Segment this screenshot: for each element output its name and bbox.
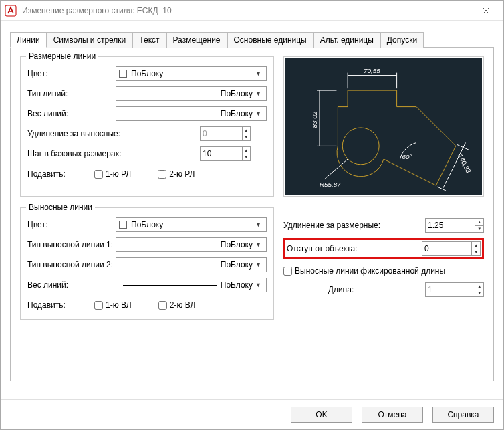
ext-linetype2-value: ПоБлоку: [221, 260, 253, 270]
ext-suppress-1-check[interactable]: 1-ю ВЛ: [94, 300, 132, 310]
ext-color-combo[interactable]: ПоБлоку ▼: [116, 217, 267, 232]
app-icon: [5, 5, 17, 17]
ext-lineweight-combo[interactable]: ПоБлоку ▼: [116, 278, 267, 292]
ext-suppress-2-label: 2-ю ВЛ: [170, 300, 196, 310]
dim-color-combo[interactable]: ПоБлоку ▼: [116, 66, 267, 81]
chevron-down-icon: ▼: [253, 87, 263, 100]
ext-linetype2-label: Тип выносной линии 2:: [27, 260, 116, 270]
window-title: Изменение размерного стиля: ЕСКД_10: [22, 6, 172, 15]
ext-length-label: Длина:: [283, 285, 398, 294]
svg-text:60°: 60°: [402, 153, 412, 160]
dim-suppress-2-check[interactable]: 2-ю РЛ: [158, 169, 195, 179]
close-button[interactable]: [473, 1, 499, 20]
ext-offset-input[interactable]: [422, 242, 471, 255]
chevron-down-icon: ▼: [253, 258, 263, 272]
tab-lines[interactable]: Линии: [10, 32, 47, 48]
title-bar: Изменение размерного стиля: ЕСКД_10: [1, 1, 503, 21]
dimension-preview: 70,55 83,02 R55,87 60° 140,3: [285, 58, 482, 195]
chevron-down-icon: ▼: [253, 218, 263, 231]
ext-lines-group: Выносные линии Цвет: ПоБлоку ▼ Тип вынос…: [20, 207, 274, 320]
dim-baseline-spinner[interactable]: ▲▼: [200, 146, 251, 161]
ext-fixed-length-check[interactable]: Выносные линии фиксированной длины: [283, 266, 484, 276]
chevron-down-icon: ▼: [253, 278, 263, 292]
dim-linetype-label: Тип линий:: [27, 89, 116, 98]
svg-text:70,55: 70,55: [364, 67, 380, 74]
ext-linetype1-combo[interactable]: ПоБлоку ▼: [116, 237, 267, 252]
ext-linetype2-combo[interactable]: ПоБлоку ▼: [116, 257, 267, 272]
dim-extend-label: Удлинение за выносные:: [27, 129, 200, 138]
line-sample-icon: [123, 94, 217, 94]
line-sample-icon: [123, 114, 217, 114]
tab-alt-units[interactable]: Альт. единицы: [313, 32, 380, 48]
dim-extend-spinner[interactable]: ▲▼: [200, 126, 251, 141]
dim-color-value: ПоБлоку: [131, 69, 163, 78]
spinner-buttons[interactable]: ▲▼: [242, 127, 250, 140]
dim-linetype-value: ПоБлоку: [221, 89, 253, 98]
dim-color-label: Цвет:: [27, 69, 116, 78]
dim-suppress-2-label: 2-ю РЛ: [169, 169, 195, 179]
color-swatch-icon: [119, 221, 127, 229]
ext-extend-label: Удлинение за размерные:: [283, 221, 398, 230]
spinner-buttons[interactable]: ▲▼: [475, 219, 483, 232]
svg-text:83,02: 83,02: [311, 111, 318, 128]
dim-lines-title: Размерные линии: [26, 51, 98, 61]
tab-primary-units[interactable]: Основные единицы: [227, 32, 313, 48]
dim-suppress-1-check[interactable]: 1-ю РЛ: [94, 169, 131, 179]
ext-color-label: Цвет:: [27, 220, 116, 229]
ext-length-input: [426, 283, 475, 296]
help-button[interactable]: Справка: [432, 407, 494, 423]
tab-symbols[interactable]: Символы и стрелки: [47, 32, 133, 48]
tab-strip: Линии Символы и стрелки Текст Размещение…: [10, 31, 494, 48]
dim-baseline-input[interactable]: [201, 147, 242, 160]
ext-extend-input[interactable]: [426, 219, 475, 232]
dim-lineweight-value: ПоБлоку: [221, 109, 253, 118]
tab-tolerances[interactable]: Допуски: [380, 32, 424, 48]
ext-suppress-2-check[interactable]: 2-ю ВЛ: [158, 300, 196, 310]
dim-extend-input: [201, 127, 242, 140]
preview-box: 70,55 83,02 R55,87 60° 140,3: [283, 56, 484, 197]
ext-fixed-length-label: Выносные линии фиксированной длины: [295, 266, 445, 276]
ext-length-spinner: ▲▼: [425, 282, 484, 297]
chevron-down-icon: ▼: [253, 238, 263, 251]
cancel-button[interactable]: Отмена: [362, 407, 423, 423]
button-bar: OK Отмена Справка: [1, 399, 503, 429]
line-sample-icon: [123, 265, 217, 265]
dim-suppress-label: Подавить:: [27, 169, 94, 179]
line-sample-icon: [123, 285, 217, 286]
spinner-buttons[interactable]: ▲▼: [471, 242, 480, 255]
dim-lines-group: Размерные линии Цвет: ПоБлоку ▼ Тип лини…: [20, 56, 274, 197]
line-sample-icon: [123, 245, 217, 245]
dim-lineweight-label: Вес линий:: [27, 109, 116, 118]
ext-right-panel: Удлинение за размерные: ▲▼ Отступ от объ…: [283, 207, 484, 320]
tab-text[interactable]: Текст: [132, 32, 166, 48]
ext-offset-spinner[interactable]: ▲▼: [422, 241, 481, 256]
chevron-down-icon: ▼: [253, 107, 263, 120]
dim-linetype-combo[interactable]: ПоБлоку ▼: [116, 86, 267, 101]
tab-fit[interactable]: Размещение: [166, 32, 227, 48]
ext-lineweight-label: Вес линий:: [27, 280, 116, 290]
ext-extend-spinner[interactable]: ▲▼: [425, 218, 484, 233]
ext-color-value: ПоБлоку: [131, 220, 163, 229]
dim-suppress-1-label: 1-ю РЛ: [106, 169, 131, 179]
spinner-buttons[interactable]: ▲▼: [242, 147, 250, 160]
ext-linetype1-value: ПоБлоку: [221, 240, 253, 249]
ext-lines-title: Выносные линии: [26, 203, 95, 212]
highlighted-offset-row: Отступ от объекта: ▲▼: [283, 238, 484, 259]
ext-offset-label: Отступ от объекта:: [287, 244, 402, 253]
ext-lineweight-value: ПоБлоку: [221, 280, 253, 290]
dim-lineweight-combo[interactable]: ПоБлоку ▼: [116, 106, 267, 121]
ext-suppress-label: Подавить:: [27, 300, 94, 310]
ext-linetype1-label: Тип выносной линии 1:: [27, 240, 116, 249]
ok-button[interactable]: OK: [291, 407, 352, 423]
spinner-buttons: ▲▼: [475, 283, 483, 296]
dim-baseline-label: Шаг в базовых размерах:: [27, 149, 200, 158]
svg-text:R55,87: R55,87: [320, 181, 341, 188]
color-swatch-icon: [119, 70, 127, 78]
ext-suppress-1-label: 1-ю ВЛ: [106, 300, 132, 310]
tab-page-lines: Размерные линии Цвет: ПоБлоку ▼ Тип лини…: [10, 48, 494, 381]
chevron-down-icon: ▼: [253, 67, 263, 80]
